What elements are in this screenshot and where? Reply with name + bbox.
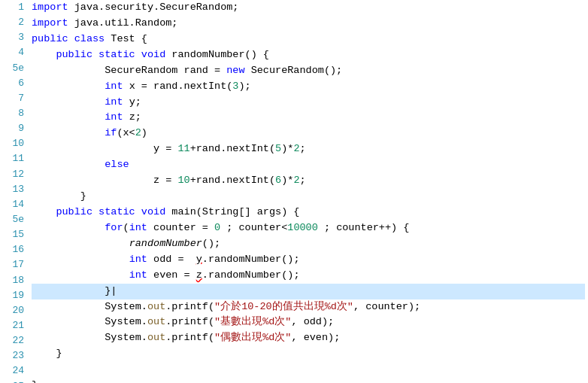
code-line-10: y = 11+rand.nextInt(5)*2; — [32, 141, 585, 157]
code-line-8: int z; — [32, 110, 585, 126]
code-line-11: else — [32, 157, 585, 173]
code-line-2: import java.util.Random; — [32, 16, 585, 32]
code-line-18: int even = z.randomNumber(); — [32, 268, 585, 284]
code-line-21: System.out.printf("基數出現%d次", odd); — [32, 315, 585, 330]
code-line-1: import java.security.SecureRandom; — [32, 0, 585, 16]
code-line-22: System.out.printf("偶數出現%d次", even); — [32, 330, 585, 346]
code-content: import java.security.SecureRandom; impor… — [29, 0, 588, 383]
code-line-9: if(x<2) — [32, 126, 585, 141]
code-line-24 — [32, 362, 585, 378]
code-line-4: public static void randomNumber() { — [32, 47, 585, 63]
code-line-14: public static void main(String[] args) { — [32, 205, 585, 220]
code-line-16: randomNumber(); — [32, 236, 585, 252]
code-line-6: int x = rand.nextInt(3); — [32, 79, 585, 95]
code-line-13: } — [32, 189, 585, 205]
code-line-17: int odd = y.randomNumber(); — [32, 252, 585, 268]
code-line-25: } — [32, 378, 585, 383]
code-line-12: z = 10+rand.nextInt(6)*2; — [32, 173, 585, 189]
code-line-20: System.out.printf("介於10-20的值共出現%d次", cou… — [32, 299, 585, 315]
line-numbers: 1 2 3 4 5e 6 7 8 9 10 11 12 13 14 5e 15 … — [0, 0, 29, 383]
code-line-23: } — [32, 346, 585, 362]
code-line-15: for(int counter = 0 ; counter<10000 ; co… — [32, 220, 585, 236]
code-line-7: int y; — [32, 95, 585, 111]
code-editor: 1 2 3 4 5e 6 7 8 9 10 11 12 13 14 5e 15 … — [0, 0, 588, 383]
code-line-5: SecureRandom rand = new SecureRandom(); — [32, 63, 585, 79]
code-line-3: public class Test { — [32, 32, 585, 47]
code-line-19: }| — [32, 284, 585, 299]
